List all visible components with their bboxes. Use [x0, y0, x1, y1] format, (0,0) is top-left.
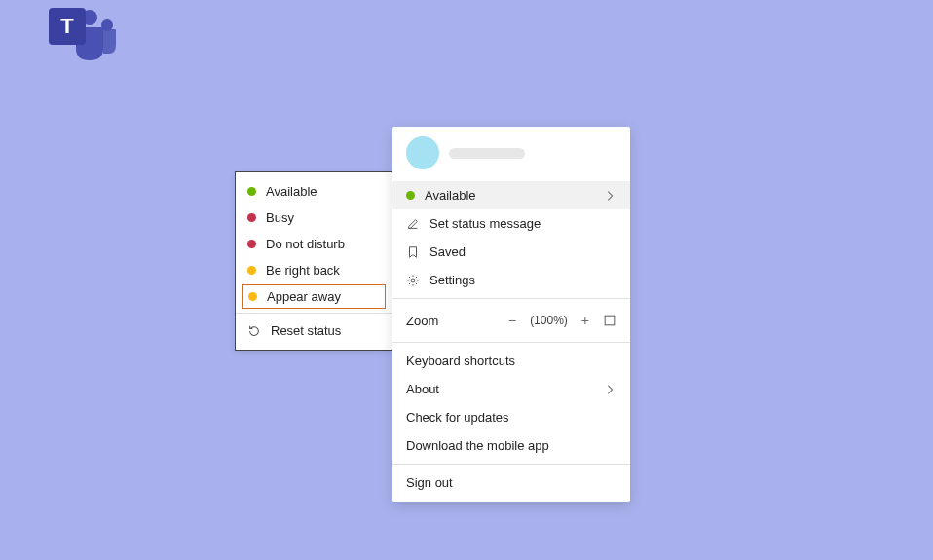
- gear-icon: [406, 274, 420, 287]
- svg-point-4: [411, 279, 415, 282]
- zoom-row: Zoom − (100%) +: [392, 303, 630, 338]
- reset-icon: [247, 324, 261, 338]
- status-option-brb[interactable]: Be right back: [236, 257, 392, 283]
- status-label: Busy: [266, 210, 294, 225]
- menu-label: Check for updates: [406, 410, 509, 425]
- edit-icon: [406, 217, 420, 231]
- keyboard-shortcuts[interactable]: Keyboard shortcuts: [392, 347, 630, 375]
- menu-label: Keyboard shortcuts: [406, 354, 515, 368]
- status-row[interactable]: Available: [392, 181, 630, 209]
- status-label: Do not disturb: [266, 237, 345, 251]
- profile-menu: Available Set status message Saved Setti…: [392, 127, 630, 502]
- status-dot-away-icon: [248, 292, 257, 301]
- current-status-label: Available: [425, 188, 476, 203]
- profile-header: [392, 127, 630, 181]
- menu-label: Set status message: [429, 216, 541, 231]
- status-dot-busy-icon: [247, 213, 256, 222]
- status-option-dnd[interactable]: Do not disturb: [236, 231, 392, 257]
- status-option-away[interactable]: Appear away: [242, 284, 386, 309]
- check-updates[interactable]: Check for updates: [392, 403, 630, 431]
- menu-label: Download the mobile app: [406, 438, 549, 453]
- settings[interactable]: Settings: [392, 266, 630, 294]
- chevron-right-icon: [603, 383, 616, 396]
- status-option-available[interactable]: Available: [236, 178, 392, 205]
- menu-label: Sign out: [406, 475, 453, 490]
- about[interactable]: About: [392, 375, 630, 403]
- bookmark-icon: [406, 245, 420, 259]
- chevron-right-icon: [603, 189, 616, 203]
- divider: [236, 313, 392, 314]
- status-label: Appear away: [267, 289, 341, 304]
- status-submenu: Available Busy Do not disturb Be right b…: [235, 171, 392, 351]
- teams-logo: T: [21, 0, 119, 68]
- avatar: [406, 136, 439, 169]
- menu-label: Saved: [429, 244, 466, 259]
- zoom-label: Zoom: [406, 314, 438, 328]
- reset-status[interactable]: Reset status: [236, 317, 392, 344]
- download-mobile-app[interactable]: Download the mobile app: [392, 431, 630, 460]
- status-label: Available: [266, 184, 317, 199]
- reset-label: Reset status: [271, 323, 341, 338]
- divider: [392, 342, 630, 343]
- saved[interactable]: Saved: [392, 238, 630, 266]
- zoom-out-button[interactable]: −: [508, 313, 516, 328]
- svg-text:T: T: [60, 14, 74, 38]
- divider: [392, 464, 630, 465]
- status-dot-dnd-icon: [247, 240, 256, 248]
- menu-label: About: [406, 382, 439, 396]
- status-dot-available-icon: [247, 187, 256, 196]
- zoom-in-button[interactable]: +: [581, 313, 589, 328]
- status-option-busy[interactable]: Busy: [236, 205, 392, 231]
- status-label: Be right back: [266, 263, 340, 278]
- menu-label: Settings: [429, 273, 475, 287]
- divider: [392, 298, 630, 299]
- fullscreen-icon[interactable]: [603, 314, 616, 327]
- user-name-placeholder: [449, 148, 525, 159]
- status-dot-available-icon: [406, 191, 415, 200]
- status-dot-brb-icon: [247, 266, 256, 275]
- set-status-message[interactable]: Set status message: [392, 209, 630, 238]
- svg-rect-5: [605, 316, 615, 325]
- sign-out[interactable]: Sign out: [392, 468, 630, 502]
- zoom-value: (100%): [530, 314, 568, 327]
